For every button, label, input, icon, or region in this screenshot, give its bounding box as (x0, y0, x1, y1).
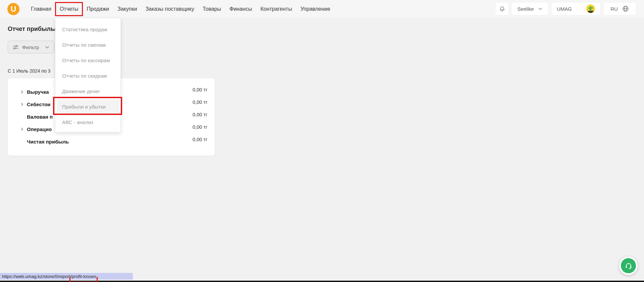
avatar (586, 4, 595, 13)
row-indent (20, 115, 24, 119)
workspace-name: Seelike (517, 6, 534, 12)
report-date-range: С 1 Июль 2024 по 3 (8, 68, 50, 74)
url-prefix: https://web.umag.kz/store/0/report (2, 274, 70, 279)
row-value: 0,00 тг (193, 87, 207, 92)
globe-icon (622, 5, 629, 12)
row-value: 0,00 тг (193, 137, 207, 142)
chevron-right-icon[interactable] (20, 90, 24, 94)
notifications-button[interactable] (495, 2, 509, 15)
row-indent (20, 139, 24, 144)
reports-dropdown-menu: Статистика продаж Отчеты по сменам Отчет… (55, 18, 121, 132)
umag-logo[interactable]: U (7, 3, 19, 15)
top-navbar: U Главная Отчеты Продажи Закупки Заказы … (0, 0, 644, 18)
headset-icon (625, 262, 633, 270)
filter-button[interactable]: Фильтр (8, 41, 54, 53)
account-button[interactable]: UMAG (551, 2, 600, 15)
url-highlight: /profit-losses (70, 274, 96, 279)
main-menu: Главная Отчеты Продажи Закупки Заказы по… (31, 0, 330, 18)
app-root: U Главная Отчеты Продажи Закупки Заказы … (0, 0, 644, 282)
nav-item-finance[interactable]: Финансы (230, 6, 252, 12)
filter-label: Фильтр (22, 44, 39, 50)
row-label: Выручка (27, 89, 49, 95)
row-label: Чистая прибыль (27, 139, 69, 145)
row-value: 0,00 тг (193, 124, 207, 130)
menu-item-discount-reports[interactable]: Отчеты по скидкам (55, 68, 120, 83)
row-value: 0,00 тг (193, 112, 207, 117)
support-chat-button-circle (621, 258, 636, 273)
chevron-down-icon (45, 45, 50, 50)
row-value: 0,00 тг (193, 99, 207, 105)
account-name: UMAG (557, 6, 572, 12)
language-selector[interactable]: RU (604, 2, 636, 15)
page-title: Отчет прибыль/у (8, 26, 59, 33)
language-code: RU (610, 6, 618, 12)
nav-item-goods[interactable]: Товары (203, 6, 221, 12)
chevron-right-icon[interactable] (20, 127, 24, 132)
menu-item-shift-reports[interactable]: Отчеты по сменам (55, 37, 120, 52)
bell-icon (499, 5, 506, 12)
nav-item-counterparties[interactable]: Контрагенты (260, 6, 292, 12)
nav-item-main[interactable]: Главная (31, 6, 51, 12)
chevron-right-icon[interactable] (20, 102, 24, 107)
nav-item-reports[interactable]: Отчеты (60, 6, 78, 12)
chevron-down-icon (538, 6, 543, 11)
nav-item-sales[interactable]: Продажи (87, 6, 109, 12)
menu-item-abc-analysis[interactable]: АВС - анализ (55, 114, 120, 130)
row-label: Валовая п (27, 114, 53, 120)
annotation-bracket-url (69, 277, 98, 282)
link-preview-statusbar: https://web.umag.kz/store/0/report/profi… (0, 273, 133, 280)
nav-item-reports-wrap: Отчеты (60, 6, 78, 12)
workspace-selector[interactable]: Seelike (511, 2, 548, 15)
row-label: Себестои (27, 102, 50, 107)
report-row-net-profit: Чистая прибыль 0,00 тг (8, 135, 215, 148)
row-label: Операцио (27, 126, 52, 132)
menu-item-sales-statistics[interactable]: Статистика продаж (55, 22, 120, 37)
menu-item-money-movement[interactable]: Движение денег (55, 83, 120, 99)
support-chat-button[interactable] (619, 256, 638, 275)
sliders-icon (12, 44, 19, 50)
nav-item-purchases[interactable]: Закупки (117, 6, 137, 12)
menu-item-profit-losses[interactable]: Прибыли и убытки (57, 99, 119, 114)
avatar-cactus-icon (586, 4, 595, 13)
nav-item-management[interactable]: Управление (300, 6, 330, 12)
menu-item-cashier-reports[interactable]: Отчеты по кассирам (55, 52, 120, 68)
nav-item-supplier-orders[interactable]: Заказы поставщику (145, 6, 194, 12)
